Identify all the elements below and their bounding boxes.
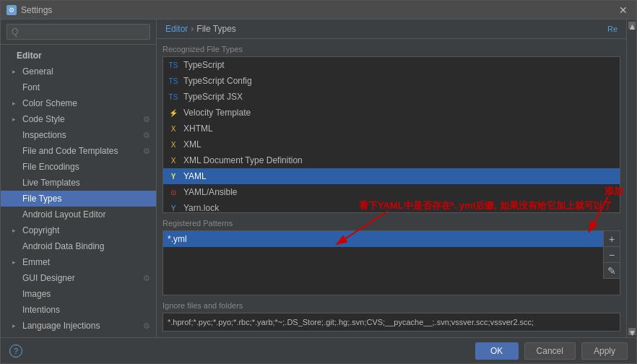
sidebar-item-editor[interactable]: Editor: [1, 48, 156, 64]
edit-pattern-button[interactable]: ✎: [604, 263, 620, 279]
sidebar-items: Editor ▸ General Font ▸ Color Scheme ▸ C…: [1, 45, 156, 337]
list-item[interactable]: X XML: [163, 136, 620, 152]
list-item[interactable]: Y Yarn.lock: [163, 200, 620, 213]
sidebar-item-label: File Encodings: [22, 162, 79, 172]
xml-dtd-icon: X: [168, 155, 179, 165]
sidebar-item-label: Font: [22, 82, 40, 92]
sidebar-item-label: Editor: [17, 51, 42, 61]
ignore-input[interactable]: [162, 313, 620, 332]
typescript-config-icon: TS: [168, 76, 179, 86]
sidebar-item-label: Language Injections: [22, 321, 100, 331]
file-types-panel: Recognized File Types TS TypeScript TS T…: [157, 39, 626, 337]
file-type-label: XML: [183, 139, 202, 150]
pattern-label: *.yml: [168, 234, 187, 244]
sidebar-item-images[interactable]: Images: [1, 286, 156, 302]
search-input[interactable]: [6, 24, 150, 40]
dialog-title: Settings: [21, 5, 52, 15]
scroll-down-btn[interactable]: ▼: [628, 328, 636, 335]
ok-button[interactable]: OK: [475, 342, 519, 360]
patterns-buttons: + − ✎: [603, 231, 620, 279]
breadcrumb-parent[interactable]: Editor: [165, 24, 188, 34]
recognized-file-types-label: Recognized File Types: [162, 45, 620, 53]
sidebar-item-label: Color Scheme: [22, 98, 77, 108]
arrow-icon: ▸: [12, 227, 21, 234]
settings-icon: ⚙: [6, 5, 17, 15]
list-item[interactable]: ⊙ YAML/Ansible: [163, 184, 620, 200]
sidebar-item-language-injections[interactable]: ▸ Language Injections ⚙: [1, 318, 156, 334]
sidebar-item-label: Code Style: [22, 114, 65, 124]
sidebar-item-label: Copyright: [22, 225, 59, 235]
sidebar-item-file-encodings[interactable]: File Encodings: [1, 159, 156, 175]
sidebar-item-android-data-binding[interactable]: Android Data Binding: [1, 238, 156, 254]
sidebar: Editor ▸ General Font ▸ Color Scheme ▸ C…: [1, 20, 157, 337]
sidebar-item-label: File and Code Templates: [22, 146, 118, 156]
sidebar-item-font[interactable]: Font: [1, 79, 156, 95]
yaml-ansible-icon: ⊙: [168, 187, 179, 197]
file-type-label: YAML/Ansible: [183, 187, 237, 197]
typescript-jsx-icon: TS: [168, 92, 179, 102]
gear-icon: ⚙: [143, 131, 150, 140]
close-button[interactable]: ✕: [616, 3, 630, 17]
file-type-label: XHTML: [183, 124, 213, 134]
list-item[interactable]: ⚡ Velocity Template: [163, 105, 620, 121]
yarn-icon: Y: [168, 203, 179, 213]
file-type-label: XML Document Type Definition: [183, 155, 303, 165]
bottom-left: ?: [9, 344, 22, 358]
title-bar-left: ⚙ Settings: [6, 5, 52, 15]
sidebar-item-emmet[interactable]: ▸ Emmet: [1, 254, 156, 270]
reset-link[interactable]: Re: [607, 25, 618, 33]
breadcrumb-current: File Types: [196, 24, 235, 34]
typescript-icon: TS: [168, 60, 179, 70]
list-item[interactable]: TS TypeScript JSX: [163, 89, 620, 105]
patterns-label: Registered Patterns: [162, 219, 620, 228]
main-content: Editor ▸ General Font ▸ Color Scheme ▸ C…: [1, 20, 636, 337]
list-item[interactable]: X XHTML: [163, 121, 620, 136]
pattern-item-yml[interactable]: *.yml: [163, 231, 620, 247]
sidebar-item-file-and-code-templates[interactable]: File and Code Templates ⚙: [1, 143, 156, 159]
sidebar-item-general[interactable]: ▸ General: [1, 64, 156, 79]
remove-pattern-button[interactable]: −: [604, 247, 620, 263]
list-item[interactable]: X XML Document Type Definition: [163, 152, 620, 168]
right-panel-wrapper: Editor › File Types Re Recognized File T…: [157, 20, 626, 337]
bottom-right: OK Cancel Apply: [475, 342, 628, 360]
help-button[interactable]: ?: [9, 344, 22, 358]
sidebar-item-file-types[interactable]: File Types: [1, 191, 156, 207]
sidebar-item-inspections[interactable]: Inspections ⚙: [1, 127, 156, 143]
apply-button[interactable]: Apply: [581, 342, 628, 360]
list-item-yaml[interactable]: Y YAML: [163, 168, 620, 184]
file-type-label: Velocity Template: [183, 108, 251, 118]
sidebar-item-label: General: [22, 66, 53, 77]
velocity-icon: ⚡: [168, 108, 179, 118]
gear-icon: ⚙: [143, 321, 150, 331]
bottom-bar: ? OK Cancel Apply: [1, 337, 636, 363]
sidebar-item-code-style[interactable]: ▸ Code Style ⚙: [1, 111, 156, 127]
sidebar-item-live-templates[interactable]: Live Templates: [1, 175, 156, 191]
sidebar-item-label: Inspections: [22, 130, 66, 140]
file-type-label: Yarn.lock: [183, 203, 219, 213]
ignore-section: Ignore files and folders: [162, 301, 620, 332]
right-scrollbar: ▲ ▼: [626, 20, 636, 337]
sidebar-item-label: GUI Designer: [22, 273, 75, 283]
arrow-icon: ▸: [12, 68, 21, 75]
sidebar-item-intentions[interactable]: Intentions: [1, 302, 156, 318]
add-pattern-button[interactable]: +: [604, 231, 620, 247]
settings-dialog: ⚙ Settings ✕ Editor ▸ General: [0, 0, 637, 364]
list-item[interactable]: TS TypeScript Config: [163, 73, 620, 89]
sidebar-item-android-layout-editor[interactable]: Android Layout Editor: [1, 207, 156, 222]
sidebar-item-label: Android Data Binding: [22, 241, 104, 251]
scroll-up-btn[interactable]: ▲: [628, 22, 636, 29]
patterns-section: Registered Patterns *.yml + − ✎: [162, 219, 620, 295]
sidebar-item-color-scheme[interactable]: ▸ Color Scheme: [1, 95, 156, 111]
arrow-icon: ▸: [12, 100, 21, 107]
xml-icon: X: [168, 139, 179, 150]
ignore-label: Ignore files and folders: [162, 301, 620, 310]
file-type-list: TS TypeScript TS TypeScript Config TS Ty…: [162, 56, 620, 213]
cancel-button[interactable]: Cancel: [524, 342, 576, 360]
list-item[interactable]: TS TypeScript: [163, 57, 620, 73]
patterns-area: *.yml + − ✎: [162, 230, 620, 295]
breadcrumb: Editor › File Types Re: [157, 20, 626, 39]
sidebar-item-gui-designer[interactable]: GUI Designer ⚙: [1, 270, 156, 286]
sidebar-item-copyright[interactable]: ▸ Copyright: [1, 222, 156, 238]
gear-icon: ⚙: [143, 274, 150, 283]
file-type-label: TypeScript Config: [183, 76, 252, 86]
